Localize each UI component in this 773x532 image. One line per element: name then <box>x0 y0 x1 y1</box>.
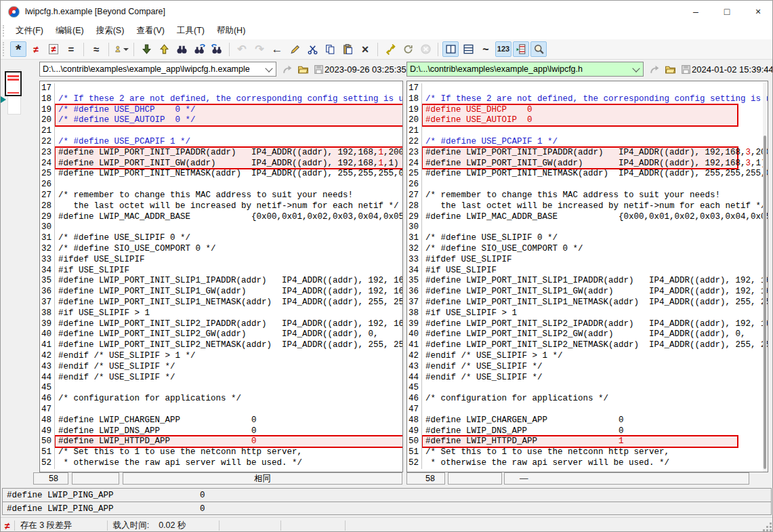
right-file-path-combo[interactable]: D:\...\contrib\examples\example_app\lwip… <box>406 62 644 77</box>
code-line[interactable]: 18/* If these 2 are not defined, the cor… <box>40 94 402 105</box>
find-next-button[interactable] <box>191 41 207 57</box>
close-button[interactable]: × <box>743 1 773 22</box>
left-file-path-combo[interactable]: D:\...\contrib\examples\example_app\lwip… <box>39 62 276 77</box>
right-browse-folder-icon[interactable] <box>665 64 676 75</box>
code-line[interactable]: 24#define LWIP_PORT_INIT_GW(addr) IP4_AD… <box>407 159 768 169</box>
ignore-unimportant-button[interactable]: ≈ <box>88 41 104 57</box>
code-line[interactable]: 39#define LWIP_PORT_INIT_SLIP2_IPADDR(ad… <box>40 319 402 330</box>
code-line[interactable]: 18/* If these 2 are not defined, the cor… <box>407 94 768 105</box>
menu-item[interactable]: 查看(V) <box>130 23 171 39</box>
code-line[interactable]: 46/* configuration for applications */ <box>407 394 768 405</box>
code-line[interactable]: 21 <box>40 126 402 137</box>
show-differences-context-button[interactable]: ≠ <box>45 41 62 57</box>
code-line[interactable]: 44#endif /* USE_SLIPIF */ <box>40 373 402 384</box>
code-line[interactable]: 52 * otherwise the raw api server will b… <box>407 458 768 469</box>
paste-button[interactable] <box>339 41 356 57</box>
code-line[interactable]: 45 <box>40 383 402 394</box>
code-line[interactable]: 33#ifdef USE_SLIPIF <box>40 255 402 266</box>
edit-button[interactable] <box>287 41 303 57</box>
left-save-icon[interactable] <box>313 64 325 75</box>
code-line[interactable]: 38#if USE_SLIPIF > 1 <box>407 308 768 319</box>
code-line[interactable]: 34#if USE_SLIPIF <box>407 266 768 277</box>
code-line[interactable]: 26 <box>40 180 402 190</box>
code-line[interactable]: 49#define LWIP_DNS_APP 0 <box>40 426 402 437</box>
code-line[interactable]: 46/* configuration for applications */ <box>40 394 402 405</box>
left-open-parent-icon[interactable] <box>282 64 293 75</box>
menu-item[interactable]: 帮助(H) <box>211 23 251 39</box>
code-line[interactable]: 35#define LWIP_PORT_INIT_SLIP1_IPADDR(ad… <box>407 276 768 287</box>
code-line[interactable]: 28 the last octet will be increased by n… <box>407 201 768 212</box>
code-line[interactable]: 34#if USE_SLIPIF <box>40 266 402 277</box>
code-line[interactable]: 25#define LWIP_PORT_INIT_NETMASK(addr) I… <box>40 169 402 180</box>
code-line[interactable]: 48#define LWIP_CHARGEN_APP 0 <box>40 415 402 426</box>
code-line[interactable]: 30 <box>40 222 402 233</box>
code-line[interactable]: 22/* #define USE_PCAPIF 1 */ <box>407 137 768 148</box>
code-line[interactable]: 19/* #define USE_DHCP 0 */ <box>40 105 402 116</box>
code-line[interactable]: 41#define LWIP_PORT_INIT_SLIP2_NETMASK(a… <box>40 340 402 351</box>
resize-grip[interactable] <box>770 529 772 531</box>
session-settings-button[interactable] <box>113 41 129 57</box>
code-line[interactable]: 29#define LWIP_MAC_ADDR_BASE {0x00,0x01,… <box>40 212 402 223</box>
code-line[interactable]: 32/* #define SIO_USE_COMPORT 0 */ <box>40 244 402 255</box>
redo-button[interactable]: ↷ <box>251 41 268 57</box>
code-line[interactable]: 38#if USE_SLIPIF > 1 <box>40 308 402 319</box>
code-line[interactable]: 42#endif /* USE_SLIPIF > 1 */ <box>40 351 402 362</box>
code-line[interactable]: 32/* #define SIO_USE_COMPORT 0 */ <box>407 244 768 255</box>
copy-button[interactable] <box>322 41 338 57</box>
right-open-parent-icon[interactable] <box>649 64 661 75</box>
code-line[interactable]: 51/* Set this to 1 to use the netconn ht… <box>40 447 402 458</box>
text-zoom-button[interactable] <box>530 41 547 57</box>
code-line[interactable]: 29#define LWIP_MAC_ADDR_BASE {0x00,0x01,… <box>407 212 768 223</box>
minimize-button[interactable]: – <box>680 1 711 22</box>
refresh-button[interactable] <box>400 41 416 57</box>
left-browse-folder-icon[interactable] <box>297 64 309 75</box>
right-save-icon[interactable] <box>680 64 692 75</box>
code-line[interactable]: 49#define LWIP_DNS_APP 0 <box>407 426 768 437</box>
find-previous-button[interactable] <box>209 41 225 57</box>
code-line[interactable]: 41#define LWIP_PORT_INIT_SLIP2_NETMASK(a… <box>407 340 768 351</box>
code-line[interactable]: 47 <box>407 405 768 415</box>
over-under-view-button[interactable] <box>460 41 476 57</box>
menu-item[interactable]: 工具(T) <box>171 23 211 39</box>
code-line[interactable]: 31/* #define USE_SLIPIF 0 */ <box>407 233 768 244</box>
code-line[interactable]: 20/* #define USE_AUTOIP 0 */ <box>40 115 402 126</box>
unimportant-differences-button[interactable]: ~ <box>478 41 494 57</box>
code-line[interactable]: 27/* remember to change this MAC address… <box>40 190 402 201</box>
code-line[interactable]: 51/* Set this to 1 to use the netconn ht… <box>407 447 768 458</box>
code-line[interactable]: 40#define LWIP_PORT_INIT_SLIP2_GW(addr) … <box>40 329 402 340</box>
left-code-pane[interactable]: 1718/* If these 2 are not defined, the c… <box>39 81 403 472</box>
code-line[interactable]: 43#endif /* USE_SLIPIF */ <box>407 362 768 373</box>
right-code-pane[interactable]: 1718/* If these 2 are not defined, the c… <box>406 81 768 472</box>
toolbar-drag-handle[interactable] <box>3 42 6 56</box>
code-line[interactable]: 50#define LWIP_HTTPD_APP 1 <box>407 436 768 447</box>
code-line[interactable]: 47 <box>40 405 402 415</box>
code-line[interactable]: 25#define LWIP_PORT_INIT_NETMASK(addr) I… <box>407 169 768 180</box>
code-line[interactable]: 37#define LWIP_PORT_INIT_SLIP1_NETMASK(a… <box>407 298 768 308</box>
diff-map-strip[interactable] <box>3 70 26 449</box>
code-line[interactable]: 36#define LWIP_PORT_INIT_SLIP1_GW(addr) … <box>407 287 768 298</box>
code-line[interactable]: 31/* #define USE_SLIPIF 0 */ <box>40 233 402 244</box>
chevron-down-icon[interactable] <box>632 64 640 72</box>
code-line[interactable]: 28 the last octet will be increased by n… <box>40 201 402 212</box>
copy-to-left-button[interactable]: ← <box>269 41 285 57</box>
code-line[interactable]: 36#define LWIP_PORT_INIT_SLIP1_GW(addr) … <box>40 287 402 298</box>
code-line[interactable]: 21 <box>407 126 768 137</box>
code-line[interactable]: 27/* remember to change this MAC address… <box>407 190 768 201</box>
previous-difference-button[interactable] <box>156 41 172 57</box>
show-differences-button[interactable]: ≠ <box>28 41 44 57</box>
code-line[interactable]: 23#define LWIP_PORT_INIT_IPADDR(addr) IP… <box>40 148 402 159</box>
menu-item[interactable]: 文件(F) <box>9 23 49 39</box>
stop-button[interactable] <box>417 41 434 57</box>
undo-button[interactable]: ↶ <box>234 41 250 57</box>
menu-item[interactable]: 搜索(S) <box>90 23 131 39</box>
code-line[interactable]: 23#define LWIP_PORT_INIT_IPADDR(addr) IP… <box>407 148 768 159</box>
diff-thumbnail-button[interactable] <box>513 41 529 57</box>
show-all-button[interactable]: * <box>10 41 26 57</box>
show-same-button[interactable]: = <box>63 41 79 57</box>
chevron-down-icon[interactable] <box>265 64 272 72</box>
menu-item[interactable]: 编辑(E) <box>49 23 90 39</box>
code-line[interactable]: 44#endif /* USE_SLIPIF */ <box>407 373 768 384</box>
code-line[interactable]: 17 <box>407 83 768 94</box>
find-button[interactable] <box>173 41 190 57</box>
delete-button[interactable]: × <box>357 41 373 57</box>
